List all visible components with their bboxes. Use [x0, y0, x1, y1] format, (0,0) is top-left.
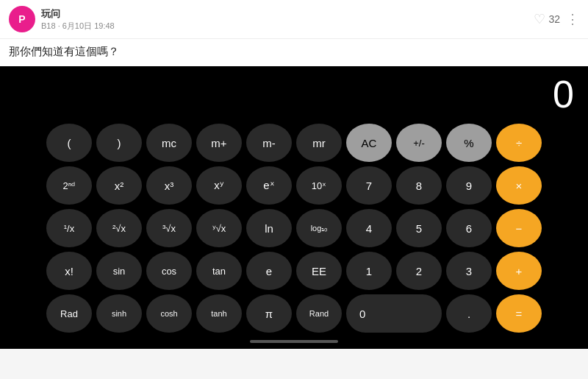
calc-btn-6[interactable]: 6	[446, 209, 492, 247]
home-indicator	[0, 336, 588, 349]
calc-btn-_[interactable]: (	[46, 124, 92, 162]
calc-row-1: 2ⁿᵈx²x³xʸeˣ10ˣ789×	[6, 166, 582, 205]
post-text: 那你們知道有這個嗎？	[0, 39, 588, 66]
calc-btn-_[interactable]: ÷	[496, 124, 542, 162]
calc-btn-1[interactable]: 1	[346, 252, 392, 290]
calc-btn-_[interactable]: −	[496, 209, 542, 247]
calc-btn-__x[interactable]: ¹/x	[46, 209, 92, 247]
calc-btn-__x[interactable]: ³√x	[146, 209, 192, 247]
calc-row-3: x!sincostaneEE123+	[6, 252, 582, 290]
calc-btn-10_[interactable]: 10ˣ	[296, 166, 342, 205]
like-area[interactable]: ♡ 32	[534, 11, 560, 27]
calc-buttons: ()mcm+m-mrAC+/-%÷2ⁿᵈx²x³xʸeˣ10ˣ789×¹/x²√…	[0, 121, 588, 336]
more-options-icon[interactable]: ⋮	[566, 11, 579, 27]
calc-btn-__x[interactable]: ²√x	[96, 209, 142, 247]
calc-btn-_[interactable]: π	[246, 294, 292, 333]
calc-btn-tan[interactable]: tan	[196, 252, 242, 290]
calc-btn-_[interactable]: %	[446, 124, 492, 162]
calc-btn-m_[interactable]: m+	[196, 124, 242, 162]
calc-btn-_[interactable]: .	[446, 294, 492, 333]
calc-btn-m_[interactable]: m-	[246, 124, 292, 162]
calc-row-0: ()mcm+m-mrAC+/-%÷	[6, 124, 582, 162]
calc-btn-x_[interactable]: xʸ	[196, 166, 242, 205]
calc-btn-x_[interactable]: x²	[96, 166, 142, 205]
calc-btn-___[interactable]: +/-	[396, 124, 442, 162]
calc-row-4: RadsinhcoshtanhπRand0.=	[6, 294, 582, 333]
calc-btn-EE[interactable]: EE	[296, 252, 342, 290]
calc-row-2: ¹/x²√x³√xʸ√xlnlog₁₀456−	[6, 209, 582, 247]
heart-icon[interactable]: ♡	[534, 11, 545, 27]
calc-btn-mr[interactable]: mr	[296, 124, 342, 162]
username: 玩问	[41, 7, 115, 21]
calc-btn-2[interactable]: 2	[396, 252, 442, 290]
calc-btn-0[interactable]: 0	[346, 294, 442, 333]
calc-btn-cos[interactable]: cos	[146, 252, 192, 290]
calc-btn-AC[interactable]: AC	[346, 124, 392, 162]
post-right: ♡ 32 ⋮	[534, 11, 579, 27]
calc-btn-9[interactable]: 9	[446, 166, 492, 205]
post-meta: 玩问 B18 · 6月10日 19:48	[41, 7, 115, 32]
calc-btn-cosh[interactable]: cosh	[146, 294, 192, 333]
calc-display: 0	[0, 66, 588, 121]
calc-btn-__x[interactable]: ʸ√x	[196, 209, 242, 247]
calc-btn-_[interactable]: +	[496, 252, 542, 290]
post-header: P 玩问 B18 · 6月10日 19:48 ♡ 32 ⋮	[0, 0, 588, 39]
post-left: P 玩问 B18 · 6月10日 19:48	[9, 6, 115, 32]
calc-btn-8[interactable]: 8	[396, 166, 442, 205]
calc-btn-3[interactable]: 3	[446, 252, 492, 290]
like-count: 32	[548, 13, 560, 25]
calc-btn-5[interactable]: 5	[396, 209, 442, 247]
calc-btn-7[interactable]: 7	[346, 166, 392, 205]
avatar: P	[9, 6, 35, 32]
calc-btn-e_[interactable]: eˣ	[246, 166, 292, 205]
calc-btn-_[interactable]: )	[96, 124, 142, 162]
calculator: 0 ()mcm+m-mrAC+/-%÷2ⁿᵈx²x³xʸeˣ10ˣ789×¹/x…	[0, 66, 588, 349]
calc-btn-_[interactable]: =	[496, 294, 542, 333]
calc-btn-sin[interactable]: sin	[96, 252, 142, 290]
calc-btn-_[interactable]: ×	[496, 166, 542, 205]
calc-btn-x_[interactable]: x!	[46, 252, 92, 290]
calc-btn-tanh[interactable]: tanh	[196, 294, 242, 333]
calc-btn-x_[interactable]: x³	[146, 166, 192, 205]
calc-btn-log__[interactable]: log₁₀	[296, 209, 342, 247]
calc-btn-ln[interactable]: ln	[246, 209, 292, 247]
calc-btn-sinh[interactable]: sinh	[96, 294, 142, 333]
calc-btn-mc[interactable]: mc	[146, 124, 192, 162]
post-info: B18 · 6月10日 19:48	[41, 21, 115, 32]
home-bar	[250, 340, 338, 343]
calc-btn-Rand[interactable]: Rand	[296, 294, 342, 333]
calc-btn-2__[interactable]: 2ⁿᵈ	[46, 166, 92, 205]
calc-btn-e[interactable]: e	[246, 252, 292, 290]
calc-btn-Rad[interactable]: Rad	[46, 294, 92, 333]
calc-btn-4[interactable]: 4	[346, 209, 392, 247]
